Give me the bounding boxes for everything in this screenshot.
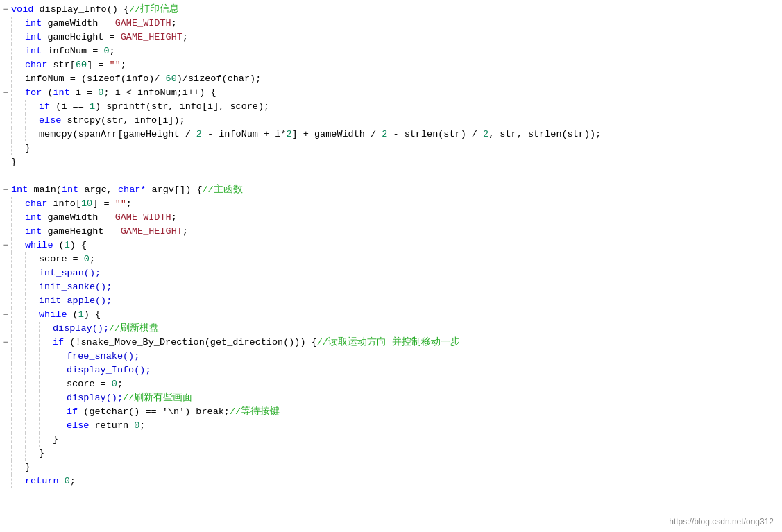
indent-guide [11,252,25,266]
code-line: return 0; [0,474,782,488]
code-line: −while (1) { [0,239,782,252]
indent-guide [39,336,53,350]
indent-guide [39,350,53,363]
line-content: infoNum = (sizeof(info)/ 60)/sizeof(char… [25,72,261,86]
indent-guide [11,58,25,72]
indent-guide [11,405,25,419]
line-content: char info[10] = ""; [25,197,132,211]
code-line: int infoNum = 0; [0,44,782,58]
indent-guide [25,447,39,461]
line-content: int gameHeight = GAME_HEIGHT; [25,225,188,239]
indent-guide [11,100,25,114]
code-line: display();//刷新棋盘 [0,322,782,336]
indent-guide [25,322,39,336]
indent-guide [25,350,39,363]
indent-guide [11,141,25,155]
fold-button[interactable]: − [0,308,11,322]
indent-guide [25,433,39,447]
fold-button[interactable]: − [0,336,11,350]
code-line: if (i == 1) sprintf(str, info[i], score)… [0,100,782,114]
indent-guide [11,461,25,474]
indent-guide [25,280,39,294]
indent-guide [39,391,53,405]
indent-guide [25,377,39,391]
code-line: if (getchar() == '\n') break;//等待按键 [0,405,782,419]
indent-guide [11,294,25,308]
indent-guide [25,391,39,405]
code-line: score = 0; [0,377,782,391]
line-content: score = 0; [67,377,123,391]
line-content: for (int i = 0; i < infoNum;i++) { [25,86,216,100]
code-line: −int main(int argc, char* argv[]) {//主函数 [0,183,782,197]
indent-guide [11,280,25,294]
code-line: int_span(); [0,266,782,280]
indent-guide [11,86,25,100]
line-content: else strcpy(str, info[i]); [39,114,185,128]
code-line: } [0,447,782,461]
code-line: display();//刷新有些画面 [0,391,782,405]
fold-button[interactable]: − [0,3,11,17]
line-content: } [25,461,31,474]
indent-guide [53,350,67,363]
code-line: } [0,433,782,447]
line-content: int main(int argc, char* argv[]) {//主函数 [11,183,243,197]
indent-guide [11,322,25,336]
indent-guide [11,391,25,405]
indent-guide [39,322,53,336]
line-content: int infoNum = 0; [25,44,115,58]
code-block: −void display_Info() {//打印信息int gameWidt… [0,0,782,505]
code-line: int gameWidth = GAME_WIDTH; [0,17,782,31]
indent-guide [11,377,25,391]
code-line: init_sanke(); [0,280,782,294]
code-editor: −void display_Info() {//打印信息int gameWidt… [0,0,782,532]
code-line: free_snake(); [0,350,782,363]
line-content: if (getchar() == '\n') break;//等待按键 [67,405,280,419]
indent-guide [25,100,39,114]
code-line: init_apple(); [0,294,782,308]
fold-button[interactable]: − [0,86,11,100]
code-line: } [0,141,782,155]
indent-guide [53,363,67,377]
indent-guide [25,308,39,322]
code-line: −while (1) { [0,308,782,322]
indent-guide [11,447,25,461]
indent-guide [25,294,39,308]
indent-guide [53,391,67,405]
code-line: } [0,155,782,169]
code-line: −void display_Info() {//打印信息 [0,3,782,17]
line-content: while (1) { [25,239,87,252]
indent-guide [11,17,25,31]
indent-guide [11,363,25,377]
indent-guide [11,474,25,488]
indent-guide [11,31,25,44]
indent-guide [53,377,67,391]
indent-guide [39,419,53,433]
line-content [11,169,17,183]
line-content: return 0; [25,474,76,488]
line-content: } [25,141,31,155]
indent-guide [11,266,25,280]
indent-guide [11,72,25,86]
line-content: if (i == 1) sprintf(str, info[i], score)… [39,100,269,114]
fold-button[interactable]: − [0,183,11,197]
indent-guide [11,308,25,322]
line-content: else return 0; [67,419,145,433]
line-content: } [53,433,58,447]
code-line: char str[60] = ""; [0,58,782,72]
fold-button[interactable]: − [0,239,11,252]
indent-guide [25,114,39,128]
line-content: init_sanke(); [39,280,112,294]
indent-guide [25,419,39,433]
indent-guide [11,336,25,350]
indent-guide [39,433,53,447]
code-line: −if (!snake_Move_By_Drection(get_directi… [0,336,782,350]
line-content: int gameWidth = GAME_WIDTH; [25,17,177,31]
code-line: int gameWidth = GAME_WIDTH; [0,211,782,225]
line-content: display();//刷新有些画面 [67,391,192,405]
line-content: if (!snake_Move_By_Drection(get_directio… [53,336,460,350]
line-content: } [39,447,44,461]
indent-guide [25,363,39,377]
indent-guide [39,377,53,391]
code-line [0,488,782,502]
code-line: else strcpy(str, info[i]); [0,114,782,128]
